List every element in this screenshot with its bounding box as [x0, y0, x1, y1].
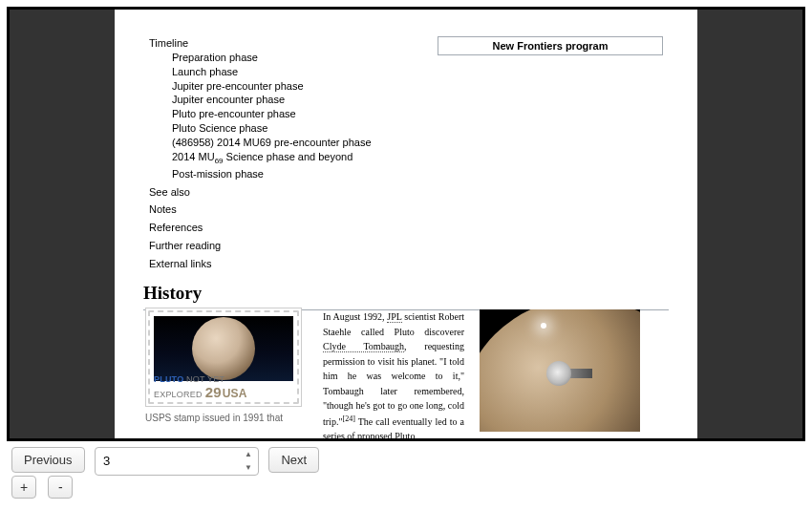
spacecraft-figure	[480, 309, 640, 432]
toc-link-notes[interactable]: Notes	[149, 203, 177, 215]
table-of-contents: Timeline Preparation phase Launch phase …	[149, 36, 426, 271]
next-button[interactable]: Next	[268, 447, 319, 473]
page-content: New Frontiers program Timeline Preparati…	[115, 10, 697, 438]
step-up-icon[interactable]: ▲	[243, 451, 254, 458]
toc-link[interactable]: Pluto Science phase	[172, 122, 267, 134]
toc-link-further[interactable]: Further reading	[149, 240, 221, 251]
sun-flare-icon	[541, 323, 546, 329]
program-title-box: New Frontiers program	[438, 36, 663, 55]
page-number-input[interactable]	[96, 448, 245, 473]
toc-link[interactable]: Jupiter pre-encounter phase	[172, 80, 304, 92]
stamp-caption: USPS stamp issued in 1991 that	[145, 413, 298, 425]
zoom-in-button[interactable]: +	[11, 476, 36, 499]
link-jpl[interactable]: JPL	[387, 311, 401, 323]
history-section: History	[143, 283, 669, 310]
toc-link[interactable]: Jupiter encounter phase	[172, 94, 285, 105]
toc-link[interactable]: Post-mission phase	[172, 168, 264, 180]
toc-link[interactable]: Preparation phase	[172, 52, 258, 63]
link-clyde-tombaugh[interactable]: Clyde Tombaugh	[323, 341, 404, 352]
previous-button[interactable]: Previous	[11, 447, 85, 473]
zoom-out-button[interactable]: -	[48, 476, 73, 499]
page-controls: Previous ▲ ▼ Next	[11, 447, 325, 476]
document-viewer: New Frontiers program Timeline Preparati…	[7, 7, 805, 441]
stamp-sky	[154, 316, 293, 381]
stamp-image: PLUTO NOT YET EXPLORED29USA	[145, 308, 302, 407]
toc-link[interactable]: 2014 MU69 Science phase and beyond	[172, 151, 353, 162]
stamp-figure: PLUTO NOT YET EXPLORED29USA USPS stamp i…	[145, 308, 306, 425]
toc-link-timeline[interactable]: Timeline	[149, 37, 188, 49]
history-heading: History	[143, 283, 669, 304]
toc-link[interactable]: Launch phase	[172, 66, 238, 77]
zoom-controls: + -	[11, 476, 80, 499]
toc-link-seealso[interactable]: See also	[149, 186, 190, 198]
step-down-icon[interactable]: ▼	[243, 464, 254, 472]
history-body: In August 1992, JPL scientist Robert Sta…	[323, 309, 464, 438]
toc-link-external[interactable]: External links	[149, 258, 211, 269]
toc-link[interactable]: Pluto pre-encounter phase	[172, 108, 296, 119]
reference-24[interactable]: [24]	[342, 414, 354, 423]
toc-link[interactable]: (486958) 2014 MU69 pre-encounter phase	[172, 137, 372, 148]
stamp-text: PLUTO NOT YET EXPLORED29USA	[154, 374, 301, 400]
spacecraft-icon	[546, 359, 594, 386]
pluto-icon	[192, 317, 255, 380]
page-number-stepper[interactable]: ▲ ▼	[95, 447, 259, 476]
toc-link-references[interactable]: References	[149, 222, 203, 233]
